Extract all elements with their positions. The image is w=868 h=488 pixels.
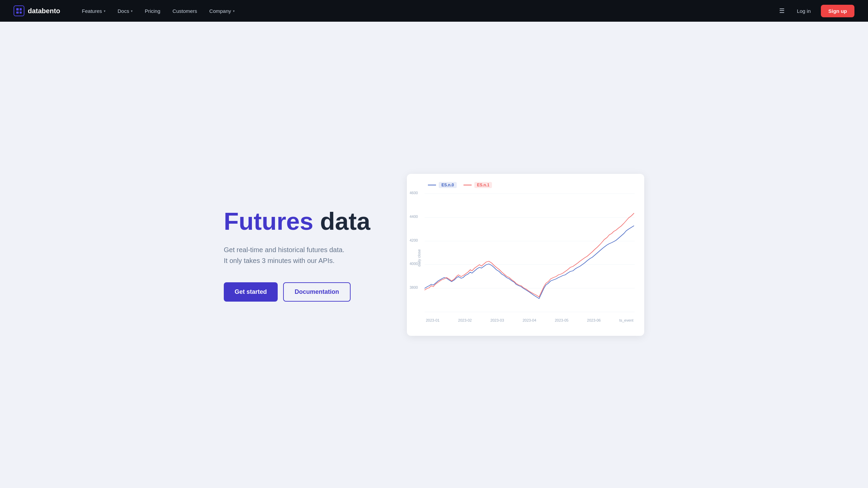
legend-item-red: ES.n.1 [463, 182, 492, 188]
nav-item-pricing[interactable]: Pricing [140, 5, 165, 17]
x-label-jun: 2023-06 [587, 318, 600, 322]
x-axis: 2023-01 2023-02 2023-03 2023-04 2023-05 … [425, 318, 635, 322]
legend-item-blue: ES.n.0 [428, 182, 457, 188]
hero-buttons: Get started Documentation [224, 282, 387, 302]
nav-item-customers[interactable]: Customers [168, 5, 202, 17]
x-label-feb: 2023-02 [458, 318, 472, 322]
legend-label-es-n0: ES.n.0 [439, 182, 457, 188]
x-label-mar: 2023-03 [490, 318, 504, 322]
chart-line-blue [425, 226, 634, 299]
login-button[interactable]: Log in [792, 5, 815, 17]
x-label-may: 2023-05 [555, 318, 568, 322]
hero-heading: Futures data [224, 208, 387, 235]
hero-subtext: Get real-time and historical futures dat… [224, 244, 387, 266]
legend-label-es-n1: ES.n.1 [474, 182, 492, 188]
chart-container: ES.n.0 ES.n.1 daily close 4600 4400 4200… [407, 174, 644, 336]
signup-button[interactable]: Sign up [821, 5, 854, 17]
menu-icon[interactable]: ☰ [777, 5, 787, 17]
x-label-apr: 2023-04 [522, 318, 536, 322]
x-label-ts: ts_event [619, 318, 633, 322]
chart-area: daily close 4600 4400 4200 4000 3800 [425, 194, 635, 322]
logo-icon [14, 5, 24, 16]
nav-links: Features ▾ Docs ▾ Pricing Customers Comp… [77, 5, 777, 17]
get-started-button[interactable]: Get started [224, 282, 278, 302]
nav-item-docs[interactable]: Docs ▾ [113, 5, 137, 17]
chevron-down-icon: ▾ [131, 9, 133, 13]
chart-legend: ES.n.0 ES.n.1 [425, 182, 635, 188]
x-label-jan: 2023-01 [426, 318, 439, 322]
hero-heading-normal: data [313, 208, 370, 235]
legend-line-red [463, 185, 472, 185]
navbar: databento Features ▾ Docs ▾ Pricing Cust… [0, 0, 868, 22]
nav-right: ☰ Log in Sign up [777, 5, 854, 17]
chart-svg [425, 194, 635, 312]
nav-item-features[interactable]: Features ▾ [77, 5, 110, 17]
nav-item-company[interactable]: Company ▾ [204, 5, 239, 17]
documentation-button[interactable]: Documentation [283, 282, 351, 302]
hero-section: Futures data Get real-time and historica… [197, 22, 671, 488]
chevron-down-icon: ▾ [233, 9, 235, 13]
chart-svg-element [425, 194, 635, 312]
logo[interactable]: databento [14, 5, 60, 16]
legend-line-blue [428, 185, 436, 185]
hero-heading-highlight: Futures [224, 208, 313, 235]
logo-text: databento [28, 7, 60, 15]
hero-left: Futures data Get real-time and historica… [224, 208, 387, 302]
chart-line-red [425, 213, 634, 297]
chevron-down-icon: ▾ [104, 9, 105, 13]
hero-right: ES.n.0 ES.n.1 daily close 4600 4400 4200… [407, 174, 644, 336]
